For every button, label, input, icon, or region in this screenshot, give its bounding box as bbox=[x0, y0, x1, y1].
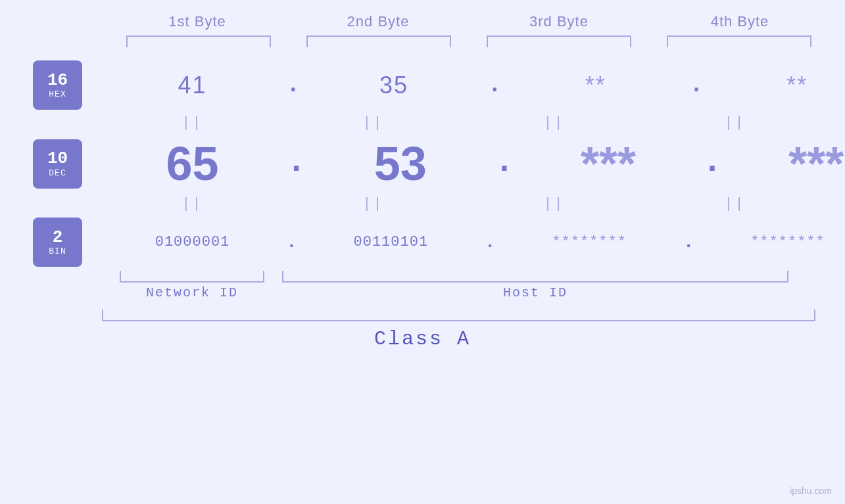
host-id-label: Host ID bbox=[282, 285, 788, 300]
hex-row: 16 HEX 41 . 35 . ** . ** bbox=[0, 60, 845, 110]
byte-label-1: 1st Byte bbox=[107, 13, 288, 30]
dec-badge-label: DEC bbox=[49, 168, 66, 178]
eq-6: || bbox=[283, 196, 464, 212]
dec-byte-4: *** bbox=[726, 137, 845, 191]
bin-dot-3: . bbox=[683, 232, 694, 252]
bin-val-2: 00110101 bbox=[354, 234, 429, 250]
bin-values: 01000001 . 00110101 . ******** . *******… bbox=[102, 232, 845, 252]
bin-byte-2: 00110101 bbox=[301, 234, 481, 250]
class-label-row: Class A bbox=[0, 328, 845, 350]
dec-val-3: *** bbox=[581, 137, 636, 191]
bracket-4 bbox=[667, 35, 811, 47]
hex-val-4: ** bbox=[786, 72, 808, 99]
class-label: Class A bbox=[374, 328, 471, 350]
dec-val-1: 65 bbox=[166, 137, 218, 191]
top-bracket-row bbox=[0, 35, 845, 47]
eq-5: || bbox=[102, 196, 283, 212]
dec-val-4: *** bbox=[788, 137, 844, 191]
bottom-brackets-row bbox=[0, 271, 845, 283]
dec-badge: 10 DEC bbox=[33, 139, 82, 189]
dec-values: 65 . 53 . *** . *** bbox=[102, 137, 845, 191]
byte-label-2: 2nd Byte bbox=[288, 13, 469, 30]
dec-byte-1: 65 bbox=[102, 137, 283, 191]
hex-badge-label: HEX bbox=[49, 89, 66, 99]
bin-val-4: ******** bbox=[750, 234, 825, 250]
dec-byte-3: *** bbox=[518, 137, 698, 191]
byte-label-4: 4th Byte bbox=[650, 13, 831, 30]
bin-byte-4: ******** bbox=[697, 234, 845, 250]
full-bottom-bracket bbox=[102, 309, 815, 321]
byte-label-3: 3rd Byte bbox=[469, 13, 650, 30]
bin-byte-3: ******** bbox=[499, 234, 680, 250]
hex-byte-3: ** bbox=[505, 72, 686, 99]
bin-badge-number: 2 bbox=[53, 228, 63, 247]
network-id-bracket bbox=[120, 271, 264, 283]
dec-row: 10 DEC 65 . 53 . *** . *** bbox=[0, 137, 845, 191]
hex-val-2: 35 bbox=[379, 72, 408, 99]
equals-row-2: || || || || bbox=[0, 196, 845, 212]
byte-labels-row: 1st Byte 2nd Byte 3rd Byte 4th Byte bbox=[0, 13, 845, 30]
dec-byte-2: 53 bbox=[310, 137, 491, 191]
eq-4: || bbox=[644, 115, 825, 131]
network-id-label: Network ID bbox=[102, 285, 282, 300]
bin-dot-2: . bbox=[485, 232, 496, 252]
bin-val-3: ******** bbox=[552, 234, 627, 250]
bracket-1 bbox=[126, 35, 271, 47]
hex-badge: 16 HEX bbox=[33, 60, 82, 110]
hex-val-1: 41 bbox=[178, 72, 206, 99]
eq-8: || bbox=[644, 196, 825, 212]
hex-badge-number: 16 bbox=[47, 71, 68, 90]
equals-row-1: || || || || bbox=[0, 115, 845, 131]
hex-dot-1: . bbox=[286, 72, 301, 99]
bracket-2 bbox=[306, 35, 451, 47]
dec-val-2: 53 bbox=[374, 137, 427, 191]
eq-3: || bbox=[464, 115, 644, 131]
dec-badge-number: 10 bbox=[47, 149, 68, 168]
id-labels-row: Network ID Host ID bbox=[0, 285, 845, 300]
hex-byte-2: 35 bbox=[304, 72, 485, 99]
bin-byte-1: 01000001 bbox=[102, 234, 283, 250]
eq-2: || bbox=[283, 115, 464, 131]
eq-7: || bbox=[464, 196, 644, 212]
bin-badge-label: BIN bbox=[49, 246, 66, 256]
hex-byte-1: 41 bbox=[102, 72, 283, 99]
hex-dot-2: . bbox=[488, 72, 502, 99]
bin-dot-1: . bbox=[286, 232, 297, 252]
eq-1: || bbox=[102, 115, 283, 131]
hex-val-3: ** bbox=[585, 72, 606, 99]
dec-dot-3: . bbox=[702, 143, 722, 185]
bin-val-1: 01000001 bbox=[155, 234, 230, 250]
main-container: 1st Byte 2nd Byte 3rd Byte 4th Byte 16 H… bbox=[0, 0, 845, 504]
hex-values: 41 . 35 . ** . ** bbox=[102, 72, 845, 99]
hex-byte-4: ** bbox=[707, 72, 845, 99]
bin-row: 2 BIN 01000001 . 00110101 . ******** . *… bbox=[0, 218, 845, 267]
hex-dot-3: . bbox=[689, 72, 704, 99]
host-id-bracket bbox=[282, 271, 788, 283]
bin-badge: 2 BIN bbox=[33, 218, 82, 267]
bracket-3 bbox=[487, 35, 631, 47]
dec-dot-2: . bbox=[494, 143, 514, 185]
dec-dot-1: . bbox=[286, 143, 306, 185]
watermark: ipshu.com bbox=[790, 486, 832, 496]
